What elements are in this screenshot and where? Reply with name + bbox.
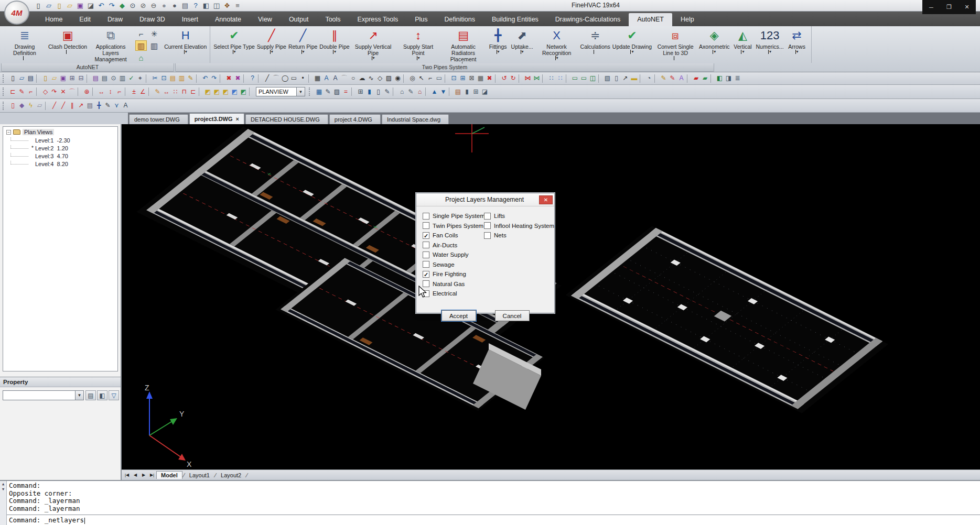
toolbar-icon[interactable]: ▮	[462, 88, 471, 96]
layer-checkbox-row[interactable]: Single Pipe System	[423, 211, 485, 221]
layout-nav-button[interactable]: ▶	[139, 471, 148, 479]
qat-icon[interactable]: ●	[159, 1, 169, 10]
toolbar-icon[interactable]: ✎	[324, 88, 332, 96]
toolbar-icon[interactable]: ⊡	[159, 74, 168, 83]
toolbar-icon[interactable]	[258, 74, 262, 83]
toolbar-icon[interactable]: ✎	[103, 101, 112, 110]
toolbar-icon[interactable]	[393, 88, 396, 96]
close-icon[interactable]: ×	[236, 116, 239, 122]
toolbar-icon[interactable]: ⊓	[180, 88, 189, 96]
toolbar-icon[interactable]: ▭	[289, 74, 298, 83]
toolbar-icon[interactable]: A	[322, 74, 331, 83]
toolbar-icon[interactable]: ◇	[41, 88, 50, 96]
toolbar-icon[interactable]: ✎	[668, 74, 677, 83]
toolbar-icon[interactable]: ▦	[315, 88, 324, 96]
checkbox[interactable]	[423, 232, 429, 239]
ribbon-button[interactable]: ◈ Axonometric ▾	[698, 27, 730, 54]
ribbon-tab[interactable]: Draw	[99, 13, 131, 26]
toolbar-icon[interactable]: ▰	[701, 74, 709, 83]
toolbar-icon[interactable]: ▥	[177, 74, 186, 83]
toolbar-icon[interactable]	[36, 74, 40, 83]
toolbar-icon[interactable]: ∥	[68, 101, 77, 110]
toolbar-icon[interactable]: ⌒	[68, 88, 77, 96]
toolbar-icon[interactable]: ⌐	[115, 88, 124, 96]
toolbar-icon[interactable]: ◯	[281, 74, 289, 83]
ribbon-button[interactable]: ✔ Update Drawing ▾	[611, 27, 653, 54]
toolbar-icon[interactable]: ▦	[476, 74, 485, 83]
toolbar-icon[interactable]	[3, 88, 7, 96]
toolbar-icon[interactable]: ∷	[547, 74, 556, 83]
toolbar-icon[interactable]: ◩	[203, 88, 212, 96]
toolbar-icon[interactable]	[495, 74, 499, 83]
toolbar-icon[interactable]	[351, 88, 355, 96]
toolbar-icon[interactable]: ◩	[221, 88, 230, 96]
ribbon-small-icon[interactable]: ▥	[148, 40, 160, 51]
toolbar-icon[interactable]: ▣	[59, 74, 68, 83]
scroll-up-icon[interactable]: ▲	[2, 482, 4, 486]
toolbar-icon[interactable]: ◩	[239, 88, 248, 96]
toolbar-icon[interactable]	[92, 88, 96, 96]
toolbar-icon[interactable]: =	[341, 88, 350, 96]
toolbar-icon[interactable]: ◧	[715, 74, 724, 83]
toolbar-icon[interactable]: ▧	[603, 74, 612, 83]
property-tool-button[interactable]: ▽	[109, 390, 119, 400]
qat-icon[interactable]: ↶	[96, 1, 106, 10]
toolbar-icon[interactable]: ▼	[439, 88, 448, 96]
toolbar-icon[interactable]: •	[298, 74, 307, 83]
ribbon-tab[interactable]: Express Tools	[349, 13, 407, 26]
ribbon-button[interactable]: ⧈ Convert Single Line to 3D	[653, 27, 698, 61]
toolbar-icon[interactable]: ▤	[168, 74, 177, 83]
toolbar-icon[interactable]: ◫	[588, 74, 597, 83]
planview-value[interactable]: PLANVIEW	[256, 87, 297, 96]
ribbon-tab[interactable]: Building Entities	[483, 13, 547, 26]
toolbar-icon[interactable]: ⌖	[136, 74, 145, 83]
toolbar-icon[interactable]: ⊠	[467, 74, 476, 83]
checkbox[interactable]	[423, 261, 429, 268]
toolbar-icon[interactable]: ⌐	[426, 74, 435, 83]
toolbar-icon[interactable]: ◩	[212, 88, 221, 96]
checkbox[interactable]	[423, 251, 429, 258]
checkbox[interactable]	[484, 222, 491, 229]
ribbon-button[interactable]: ∥ Double Pipe ▾	[318, 27, 350, 54]
checkbox[interactable]	[423, 222, 429, 229]
toolbar-icon[interactable]: ▭	[435, 74, 444, 83]
ribbon-tab[interactable]: Drawings-Calculations	[547, 13, 629, 26]
qat-icon[interactable]: ▣	[76, 1, 85, 10]
toolbar-icon[interactable]: ↗	[621, 74, 630, 83]
ribbon-button[interactable]: ⬈ Uptake... ▾	[510, 27, 534, 54]
toolbar-icon[interactable]: ⌂	[415, 88, 424, 96]
property-tool-button[interactable]: ◧	[97, 390, 107, 400]
layout-tab[interactable]: Layout2	[217, 472, 245, 479]
toolbar-icon[interactable]: ▰	[692, 74, 701, 83]
toolbar-icon[interactable]	[220, 74, 223, 83]
qat-icon[interactable]: ◫	[212, 1, 221, 10]
toolbar-icon[interactable]	[199, 88, 202, 96]
toolbar-icon[interactable]	[308, 74, 312, 83]
ribbon-button[interactable]: ≑ Calculations	[579, 27, 611, 54]
ribbon-button[interactable]: ⧉ Applications Layers Management	[88, 27, 133, 67]
toolbar-icon[interactable]: ☁	[358, 74, 367, 83]
toolbar-icon[interactable]: ⊞	[458, 74, 467, 83]
toolbar-icon[interactable]: ⊞	[471, 88, 480, 96]
toolbar-icon[interactable]	[403, 74, 407, 83]
toolbar-icon[interactable]	[87, 74, 90, 83]
ribbon-small-icon[interactable]: ✳	[148, 28, 160, 39]
ribbon-tab[interactable]: View	[250, 13, 281, 26]
layout-nav-button[interactable]: ▶|	[148, 471, 156, 479]
dialog-title-bar[interactable]: Project Layers Management ✕	[416, 193, 554, 206]
ribbon-tab[interactable]: Draw 3D	[131, 13, 174, 26]
toolbar-icon[interactable]: ╋	[94, 101, 103, 110]
toolbar-icon[interactable]: ⊞	[356, 88, 365, 96]
toolbar-icon[interactable]: ▱	[17, 74, 26, 83]
toolbar-icon[interactable]: ⊏	[8, 88, 17, 96]
toolbar-icon[interactable]: ○	[349, 74, 358, 83]
document-tab[interactable]: Industrial Space.dwg	[382, 114, 449, 124]
toolbar-icon[interactable]	[196, 74, 200, 83]
toolbar-icon[interactable]	[3, 74, 7, 83]
window-control-button[interactable]: ✕	[958, 0, 976, 14]
qat-icon[interactable]: ▯	[55, 1, 64, 10]
toolbar-icon[interactable]: ⌂	[397, 88, 406, 96]
window-control-button[interactable]: ❐	[940, 0, 958, 14]
chevron-down-icon[interactable]: ▼	[75, 391, 83, 400]
tree-level-item[interactable]: * Level:2 1.20	[3, 144, 117, 152]
